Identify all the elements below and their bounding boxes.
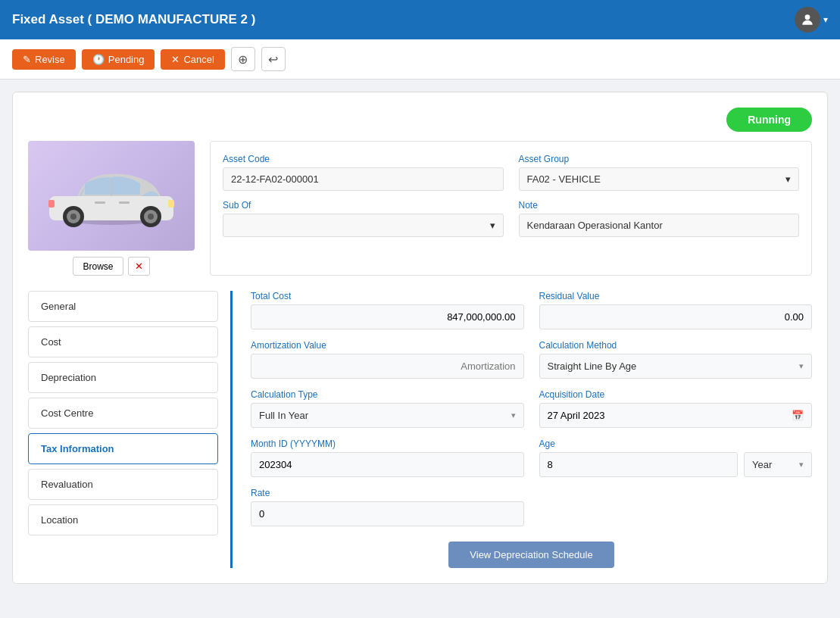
residual-value-group: Residual Value — [539, 291, 813, 329]
form-row-5: Rate — [251, 488, 812, 526]
plus-icon: ⊕ — [238, 52, 248, 67]
remove-image-button[interactable]: ✕ — [128, 257, 150, 276]
add-button[interactable]: ⊕ — [231, 47, 255, 71]
note-label: Note — [519, 200, 800, 211]
asset-code-label: Asset Code — [223, 154, 504, 164]
svg-rect-12 — [95, 201, 105, 204]
age-row: Year ▾ — [539, 452, 813, 477]
top-section: Browse ✕ Asset Code Asset Group FA02 - V… — [28, 141, 812, 276]
asset-code-input[interactable] — [223, 167, 504, 191]
age-group: Age Year ▾ — [539, 439, 813, 477]
sidebar-item-revaluation[interactable]: Revaluation — [28, 469, 218, 500]
sub-of-select[interactable]: ▾ — [223, 214, 504, 237]
main-content: Running — [0, 80, 840, 596]
age-unit-value: Year — [752, 459, 772, 470]
asset-group-select[interactable]: FA02 - VEHICLE ▾ — [519, 167, 800, 191]
form-row-1: Total Cost Residual Value — [251, 291, 812, 329]
chevron-down-icon: ▾ — [511, 410, 516, 420]
undo-button[interactable]: ↩ — [261, 47, 286, 71]
calendar-icon[interactable]: 📅 — [784, 404, 811, 427]
calculation-method-label: Calculation Method — [539, 340, 813, 351]
sub-of-group: Sub Of ▾ — [223, 200, 504, 237]
acquisition-date-field[interactable]: 📅 — [539, 403, 813, 428]
revise-icon: ✎ — [23, 54, 31, 65]
depreciation-form: Total Cost Residual Value Amortization V… — [233, 291, 812, 568]
svg-rect-11 — [48, 200, 55, 208]
sub-of-label: Sub Of — [223, 200, 504, 211]
svg-rect-13 — [119, 201, 130, 204]
image-buttons: Browse ✕ — [73, 257, 149, 276]
age-unit-select[interactable]: Year ▾ — [744, 452, 812, 477]
avatar — [795, 7, 820, 33]
month-id-group: Month ID (YYYYMM) — [251, 439, 524, 477]
form-row-2: Amortization Value Calculation Method St… — [251, 340, 812, 379]
sidebar-item-depreciation[interactable]: Depreciation — [28, 362, 218, 393]
page-title: Fixed Asset ( DEMO MANUFACTURE 2 ) — [12, 12, 255, 27]
rate-input[interactable] — [251, 501, 524, 526]
asset-group-value: FA02 - VEHICLE — [527, 173, 601, 185]
chevron-down-icon: ▾ — [799, 460, 804, 470]
age-input[interactable] — [539, 452, 739, 477]
chevron-down-icon: ▾ — [823, 14, 828, 25]
form-row-4: Month ID (YYYYMM) Age Year ▾ — [251, 439, 812, 477]
asset-image — [28, 141, 195, 251]
total-cost-label: Total Cost — [251, 291, 524, 301]
asset-image-area: Browse ✕ — [28, 141, 195, 276]
asset-group-label: Asset Group — [519, 154, 800, 164]
sidebar-item-cost-centre[interactable]: Cost Centre — [28, 398, 218, 429]
toolbar: ✎ Revise 🕐 Pending ✕ Cancel ⊕ ↩ — [0, 39, 840, 80]
revise-button[interactable]: ✎ Revise — [12, 49, 76, 70]
cancel-icon: ✕ — [171, 54, 180, 65]
rate-group: Rate — [251, 488, 524, 526]
clock-icon: 🕐 — [92, 54, 105, 65]
status-row: Running — [28, 108, 812, 132]
rate-label: Rate — [251, 488, 524, 498]
calculation-type-label: Calculation Type — [251, 389, 524, 400]
sidebar: General Cost Depreciation Cost Centre Ta… — [28, 291, 233, 568]
status-badge: Running — [726, 108, 812, 132]
body-section: General Cost Depreciation Cost Centre Ta… — [28, 291, 812, 568]
empty-group — [539, 488, 813, 526]
calculation-type-value: Full In Year — [259, 410, 308, 421]
sidebar-item-location[interactable]: Location — [28, 504, 218, 535]
note-group: Note — [519, 200, 800, 237]
browse-button[interactable]: Browse — [73, 257, 123, 276]
sidebar-item-general[interactable]: General — [28, 291, 218, 322]
svg-point-9 — [148, 214, 154, 220]
amortization-group: Amortization Value — [251, 340, 524, 379]
age-label: Age — [539, 439, 813, 449]
calculation-type-select[interactable]: Full In Year ▾ — [251, 403, 524, 428]
residual-value-input[interactable] — [539, 304, 813, 329]
chevron-down-icon: ▾ — [785, 173, 791, 185]
total-cost-input[interactable] — [251, 304, 524, 329]
residual-value-label: Residual Value — [539, 291, 813, 301]
chevron-down-icon: ▾ — [490, 220, 495, 231]
calculation-method-value: Straight Line By Age — [548, 360, 637, 372]
calculation-method-select[interactable]: Straight Line By Age ▾ — [539, 354, 813, 379]
cancel-button[interactable]: ✕ Cancel — [161, 49, 224, 70]
svg-point-0 — [805, 14, 810, 20]
amortization-input[interactable] — [251, 354, 524, 379]
sidebar-item-tax-information[interactable]: Tax Information — [28, 433, 218, 464]
user-menu[interactable]: ▾ — [795, 7, 828, 33]
view-btn-row: View Depreciation Schedule — [251, 542, 812, 568]
undo-icon: ↩ — [268, 52, 278, 67]
asset-fields: Asset Code Asset Group FA02 - VEHICLE ▾ … — [210, 141, 812, 276]
acquisition-date-label: Acquisition Date — [539, 389, 813, 400]
acquisition-date-input[interactable] — [540, 404, 785, 427]
form-row-3: Calculation Type Full In Year ▾ Acquisit… — [251, 389, 812, 428]
asset-card: Running — [12, 92, 828, 584]
view-depreciation-schedule-button[interactable]: View Depreciation Schedule — [448, 542, 614, 568]
svg-rect-10 — [168, 200, 174, 208]
note-input[interactable] — [519, 214, 800, 237]
month-id-label: Month ID (YYYYMM) — [251, 439, 524, 449]
pending-button[interactable]: 🕐 Pending — [82, 49, 155, 70]
acquisition-date-group: Acquisition Date 📅 — [539, 389, 813, 428]
svg-point-6 — [70, 214, 77, 220]
amortization-label: Amortization Value — [251, 340, 524, 351]
month-id-input[interactable] — [251, 452, 524, 477]
asset-code-group: Asset Code — [223, 154, 504, 191]
asset-group-group: Asset Group FA02 - VEHICLE ▾ — [519, 154, 800, 191]
sidebar-item-cost[interactable]: Cost — [28, 326, 218, 357]
total-cost-group: Total Cost — [251, 291, 524, 329]
